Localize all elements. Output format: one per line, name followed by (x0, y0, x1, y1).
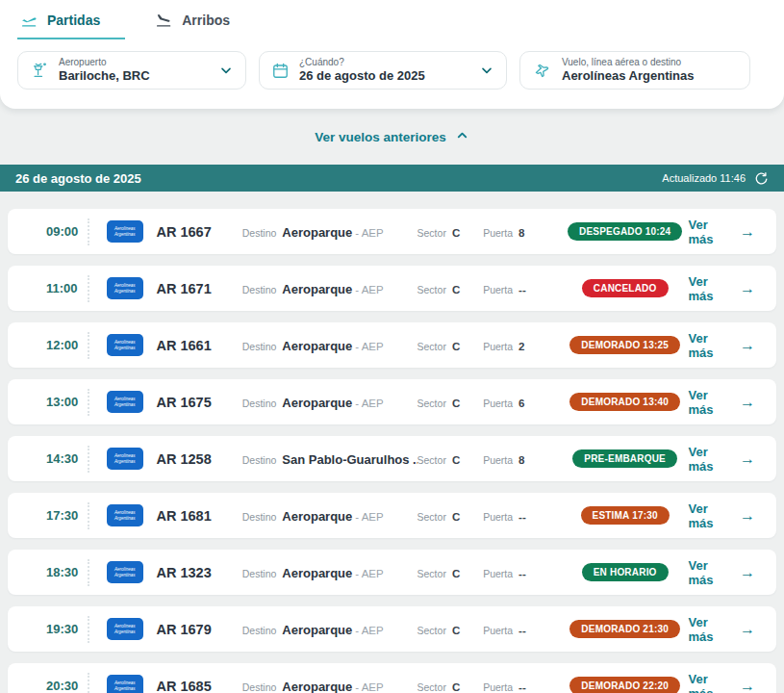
destino-label: Destino (242, 284, 277, 295)
sector-label: Sector (417, 227, 446, 239)
gate: Puerta-- (483, 564, 562, 581)
gate-value: -- (518, 625, 526, 636)
sector: SectorC (417, 223, 484, 241)
airline-logo: Aerolíneas Argentinas (107, 448, 142, 470)
dotted-divider (88, 559, 89, 586)
destination: DestinoAeroparque- AEP (242, 564, 417, 581)
gate: Puerta-- (483, 507, 562, 525)
gate-value: -- (518, 568, 526, 579)
arrow-right-icon: → (740, 451, 755, 467)
calendar-icon (271, 62, 290, 80)
flight-field-label: Vuelo, línea aérea o destino (562, 57, 695, 69)
sector-label: Sector (417, 511, 446, 523)
flight-row: 20:30 Aerolíneas Argentinas AR 1685 Dest… (8, 663, 776, 693)
tab-partidas[interactable]: Partidas (17, 10, 125, 39)
sector-value: C (452, 511, 460, 523)
gate: Puerta8 (483, 223, 562, 241)
gate-value: -- (518, 284, 526, 295)
gate-value: -- (518, 511, 526, 523)
destination-code: - AEP (355, 341, 383, 352)
destination-code: - AEP (355, 681, 383, 693)
flight-time: 14:30 (46, 451, 80, 466)
flight-row: 11:00 Aerolíneas Argentinas AR 1671 Dest… (8, 266, 776, 311)
flight-board-tabs: Partidas Arribos (17, 10, 767, 39)
destination: DestinoAeroparque- AEP (242, 223, 417, 241)
destination: DestinoAeroparque- AEP (242, 621, 417, 638)
status: DEMORADO 13:40 (562, 393, 689, 411)
plane-takeoff-icon (19, 12, 39, 29)
ver-mas-link[interactable]: Ver más→ (689, 218, 755, 246)
sector-label: Sector (417, 341, 446, 352)
ver-mas-link[interactable]: Ver más→ (689, 388, 755, 417)
airport-select[interactable]: Aeropuerto Bariloche, BRC (17, 51, 246, 90)
ver-vuelos-anteriores-link[interactable]: Ver vuelos anteriores (315, 128, 469, 145)
airport-field-label: Aeropuerto (59, 57, 150, 69)
airline-logo: Aerolíneas Argentinas (107, 277, 142, 299)
dotted-divider (88, 275, 89, 302)
status: CANCELADO (562, 279, 689, 297)
destination: DestinoAeroparque- AEP (242, 280, 417, 297)
tab-arribos[interactable]: Arribos (152, 10, 240, 39)
destino-label: Destino (242, 454, 277, 466)
gate-value: 8 (518, 227, 524, 239)
gate-label: Puerta (483, 398, 513, 409)
dotted-divider (88, 616, 89, 643)
airport-field-value: Bariloche, BRC (59, 68, 150, 84)
arrow-right-icon: → (740, 281, 755, 296)
gate: Puerta-- (483, 280, 562, 297)
date-select[interactable]: ¿Cuándo? 26 de agosto de 2025 (259, 51, 507, 90)
ver-mas-link[interactable]: Ver más→ (689, 501, 755, 530)
sector-label: Sector (417, 568, 446, 579)
chevron-down-icon (479, 63, 494, 78)
destination-name: Aeroparque (282, 566, 352, 580)
ver-mas-link[interactable]: Ver más→ (689, 274, 755, 303)
arrow-right-icon: → (740, 395, 755, 410)
ver-mas-link[interactable]: Ver más→ (689, 672, 755, 693)
status-badge: DESPEGADO 10:24 (568, 222, 682, 241)
destino-label: Destino (242, 568, 277, 579)
destination-name: San Pablo-Guarulhos ... (282, 452, 417, 467)
dotted-divider (88, 218, 89, 245)
ver-mas-link[interactable]: Ver más→ (689, 331, 755, 360)
destino-label: Destino (242, 511, 277, 523)
destination-name: Aeroparque (282, 339, 352, 353)
sector-value: C (452, 398, 460, 409)
gate-value: 8 (518, 454, 524, 466)
destino-label: Destino (242, 625, 277, 636)
sector-value: C (452, 625, 460, 636)
flight-row: 19:30 Aerolíneas Argentinas AR 1679 Dest… (8, 606, 776, 652)
destination-code: - AEP (355, 398, 383, 409)
chevron-up-icon (455, 128, 469, 145)
sector: SectorC (417, 337, 484, 354)
gate-label: Puerta (483, 227, 513, 239)
flight-list: 09:00 Aerolíneas Argentinas AR 1667 Dest… (0, 192, 784, 693)
ver-mas-link[interactable]: Ver más→ (689, 615, 755, 644)
ver-mas-link[interactable]: Ver más→ (689, 445, 755, 474)
dotted-divider (88, 673, 89, 693)
gate-label: Puerta (483, 284, 513, 295)
destination-code: - AEP (355, 511, 383, 523)
flight-number: AR 1671 (157, 281, 215, 296)
dotted-divider (88, 502, 89, 529)
gate-label: Puerta (483, 625, 513, 636)
destino-label: Destino (242, 681, 277, 693)
date-header-label: 26 de agosto de 2025 (15, 171, 141, 186)
date-header-bar: 26 de agosto de 2025 Actualizado 11:46 (0, 165, 784, 192)
sector: SectorC (417, 450, 484, 468)
flight-number: AR 1258 (157, 451, 215, 467)
flight-search-field[interactable]: Vuelo, línea aérea o destino Aerolíneas … (519, 51, 750, 90)
airline-logo: Aerolíneas Argentinas (107, 334, 142, 356)
flight-time: 17:30 (46, 508, 80, 523)
sector: SectorC (417, 280, 484, 297)
status: DEMORADO 22:20 (562, 677, 689, 693)
previous-flights-label: Ver vuelos anteriores (315, 130, 446, 144)
status-badge: PRE-EMBARQUE (572, 449, 677, 468)
sector-value: C (452, 568, 460, 579)
flight-time: 09:00 (46, 224, 80, 239)
ver-mas-link[interactable]: Ver más→ (689, 558, 755, 587)
sector-value: C (452, 681, 460, 693)
refresh-icon[interactable] (754, 171, 769, 186)
date-field-label: ¿Cuándo? (299, 57, 425, 69)
airline-logo: Aerolíneas Argentinas (107, 220, 142, 243)
flight-time: 13:00 (46, 395, 80, 409)
